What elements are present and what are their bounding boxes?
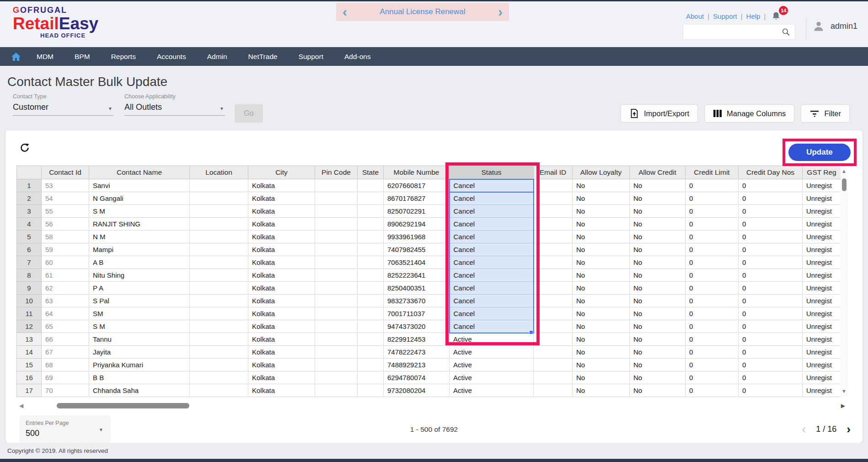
cell-pin[interactable] bbox=[315, 320, 358, 333]
banner-label[interactable]: Annual License Renewal bbox=[380, 7, 465, 16]
cell-mobile[interactable]: 7488929213 bbox=[384, 359, 450, 371]
cell-city[interactable]: Kolkata bbox=[248, 371, 315, 384]
cell-gst[interactable]: Unregist bbox=[803, 320, 841, 333]
column-header-mobile-numbe[interactable]: Mobile Numbe bbox=[384, 166, 450, 179]
cell-status[interactable]: Active bbox=[450, 359, 534, 371]
cell-city[interactable]: Kolkata bbox=[248, 205, 315, 218]
row-number-cell[interactable]: 5 bbox=[17, 231, 42, 243]
cell-days[interactable]: 0 bbox=[739, 282, 803, 295]
cell-city[interactable]: Kolkata bbox=[248, 333, 315, 346]
cell-status[interactable]: Cancel bbox=[450, 179, 534, 192]
cell-location[interactable] bbox=[190, 192, 248, 205]
cell-pin[interactable] bbox=[315, 346, 358, 359]
cell-credit[interactable]: No bbox=[630, 320, 686, 333]
cell-id[interactable]: 67 bbox=[42, 346, 89, 359]
cell-city[interactable]: Kolkata bbox=[248, 269, 315, 282]
cell-gst[interactable]: Unregist bbox=[803, 346, 841, 359]
cell-location[interactable] bbox=[190, 205, 248, 218]
cell-email[interactable] bbox=[534, 205, 573, 218]
cell-name[interactable]: N Gangali bbox=[89, 192, 190, 205]
cell-status[interactable]: Cancel bbox=[450, 231, 534, 243]
cell-state[interactable] bbox=[358, 371, 384, 384]
cell-days[interactable]: 0 bbox=[739, 346, 803, 359]
cell-name[interactable]: S M bbox=[89, 320, 190, 333]
cell-id[interactable]: 64 bbox=[42, 307, 89, 320]
row-number-cell[interactable]: 14 bbox=[17, 346, 42, 359]
cell-pin[interactable] bbox=[315, 231, 358, 243]
cell-email[interactable] bbox=[534, 295, 573, 307]
cell-credit[interactable]: No bbox=[630, 359, 686, 371]
column-header-gst-reg[interactable]: GST Reg bbox=[803, 166, 841, 179]
selection-fill-handle[interactable] bbox=[529, 330, 533, 334]
refresh-button[interactable] bbox=[19, 142, 30, 153]
column-header-allow-loyalty[interactable]: Allow Loyalty bbox=[573, 166, 630, 179]
cell-name[interactable]: Priyanka Kumari bbox=[89, 359, 190, 371]
cell-loyalty[interactable]: No bbox=[573, 282, 630, 295]
cell-location[interactable] bbox=[190, 282, 248, 295]
cell-pin[interactable] bbox=[315, 371, 358, 384]
cell-days[interactable]: 0 bbox=[739, 192, 803, 205]
cell-pin[interactable] bbox=[315, 359, 358, 371]
cell-status[interactable]: Cancel bbox=[450, 218, 534, 231]
cell-gst[interactable]: Unregist bbox=[803, 307, 841, 320]
cell-city[interactable]: Kolkata bbox=[248, 384, 315, 397]
row-number-cell[interactable]: 4 bbox=[17, 218, 42, 231]
row-number-cell[interactable]: 9 bbox=[17, 282, 42, 295]
cell-location[interactable] bbox=[190, 371, 248, 384]
cell-limit[interactable]: 0 bbox=[686, 346, 739, 359]
cell-state[interactable] bbox=[358, 359, 384, 371]
notifications-bell[interactable]: 14 bbox=[771, 11, 782, 21]
cell-state[interactable] bbox=[358, 243, 384, 256]
cell-name[interactable]: B B bbox=[89, 371, 190, 384]
cell-loyalty[interactable]: No bbox=[573, 295, 630, 307]
cell-gst[interactable]: Unregist bbox=[803, 179, 841, 192]
column-header-credit-day-nos[interactable]: Credit Day Nos bbox=[739, 166, 803, 179]
filter-button[interactable]: Filter bbox=[801, 104, 850, 123]
cell-id[interactable]: 62 bbox=[42, 282, 89, 295]
cell-city[interactable]: Kolkata bbox=[248, 192, 315, 205]
nav-item-accounts[interactable]: Accounts bbox=[157, 53, 186, 61]
nav-item-admin[interactable]: Admin bbox=[207, 53, 227, 61]
cell-limit[interactable]: 0 bbox=[686, 320, 739, 333]
cell-id[interactable]: 56 bbox=[42, 218, 89, 231]
cell-mobile[interactable]: 9732080204 bbox=[384, 384, 450, 397]
cell-name[interactable]: Tannu bbox=[89, 333, 190, 346]
cell-status[interactable]: Cancel bbox=[450, 205, 534, 218]
cell-limit[interactable]: 0 bbox=[686, 371, 739, 384]
cell-name[interactable]: N M bbox=[89, 231, 190, 243]
column-header-pin-code[interactable]: Pin Code bbox=[315, 166, 358, 179]
cell-id[interactable]: 66 bbox=[42, 333, 89, 346]
cell-status[interactable]: Cancel bbox=[450, 282, 534, 295]
cell-email[interactable] bbox=[534, 231, 573, 243]
user-menu[interactable]: admin1 bbox=[812, 20, 857, 32]
import-export-button[interactable]: Import/Export bbox=[621, 104, 698, 123]
cell-loyalty[interactable]: No bbox=[573, 346, 630, 359]
cell-status[interactable]: Cancel bbox=[450, 192, 534, 205]
cell-gst[interactable]: Unregist bbox=[803, 282, 841, 295]
cell-email[interactable] bbox=[534, 384, 573, 397]
scroll-right-icon[interactable]: ▶ bbox=[841, 403, 845, 409]
about-link[interactable]: About bbox=[686, 12, 704, 20]
cell-gst[interactable]: Unregist bbox=[803, 192, 841, 205]
cell-status[interactable]: Active bbox=[450, 333, 534, 346]
cell-credit[interactable]: No bbox=[630, 282, 686, 295]
go-button[interactable]: Go bbox=[235, 104, 263, 123]
cell-limit[interactable]: 0 bbox=[686, 295, 739, 307]
cell-id[interactable]: 68 bbox=[42, 359, 89, 371]
nav-item-bpm[interactable]: BPM bbox=[75, 53, 90, 61]
cell-credit[interactable]: No bbox=[630, 192, 686, 205]
cell-mobile[interactable]: 8250400351 bbox=[384, 282, 450, 295]
scroll-down-icon[interactable]: ▼ bbox=[841, 388, 847, 394]
cell-limit[interactable]: 0 bbox=[686, 307, 739, 320]
cell-days[interactable]: 0 bbox=[739, 295, 803, 307]
vertical-scrollbar[interactable]: ▲ ▼ bbox=[841, 166, 848, 397]
cell-pin[interactable] bbox=[315, 205, 358, 218]
cell-mobile[interactable]: 9832733670 bbox=[384, 295, 450, 307]
cell-limit[interactable]: 0 bbox=[686, 269, 739, 282]
cell-email[interactable] bbox=[534, 192, 573, 205]
column-header-city[interactable]: City bbox=[248, 166, 315, 179]
cell-name[interactable]: SM bbox=[89, 307, 190, 320]
cell-email[interactable] bbox=[534, 333, 573, 346]
cell-loyalty[interactable]: No bbox=[573, 256, 630, 269]
row-number-cell[interactable]: 13 bbox=[17, 333, 42, 346]
